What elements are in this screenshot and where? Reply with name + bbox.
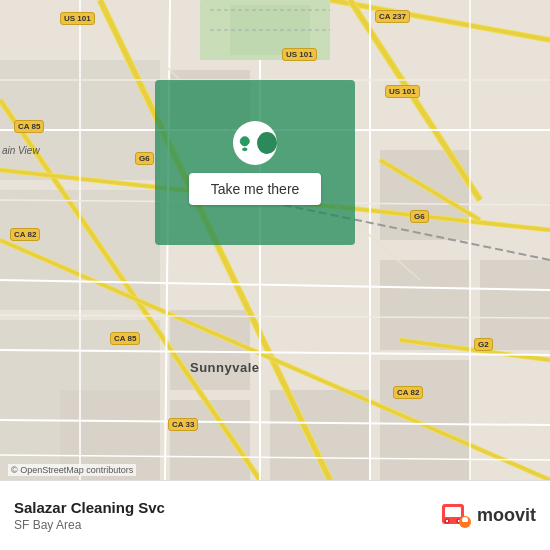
svg-rect-12	[480, 260, 550, 350]
map-attribution: © OpenStreetMap contributors	[8, 464, 136, 476]
svg-rect-53	[445, 507, 461, 517]
map-container: US 101 CA 85 CA 82 US 101 US 101 CA 237 …	[0, 0, 550, 480]
bottom-bar: Salazar Cleaning Svc SF Bay Area moovit	[0, 480, 550, 550]
place-name: Salazar Cleaning Svc	[14, 499, 165, 516]
svg-point-51	[242, 147, 247, 151]
moovit-logo: moovit	[440, 500, 536, 532]
moovit-icon	[440, 500, 472, 532]
svg-point-55	[446, 519, 448, 521]
moovit-text: moovit	[477, 505, 536, 526]
svg-rect-10	[380, 260, 470, 350]
location-highlight: Take me there	[155, 80, 355, 245]
location-pin	[233, 121, 277, 165]
place-area: SF Bay Area	[14, 518, 165, 532]
take-me-there-button[interactable]: Take me there	[189, 173, 322, 205]
place-info: Salazar Cleaning Svc SF Bay Area	[14, 499, 165, 532]
svg-rect-11	[380, 360, 470, 480]
